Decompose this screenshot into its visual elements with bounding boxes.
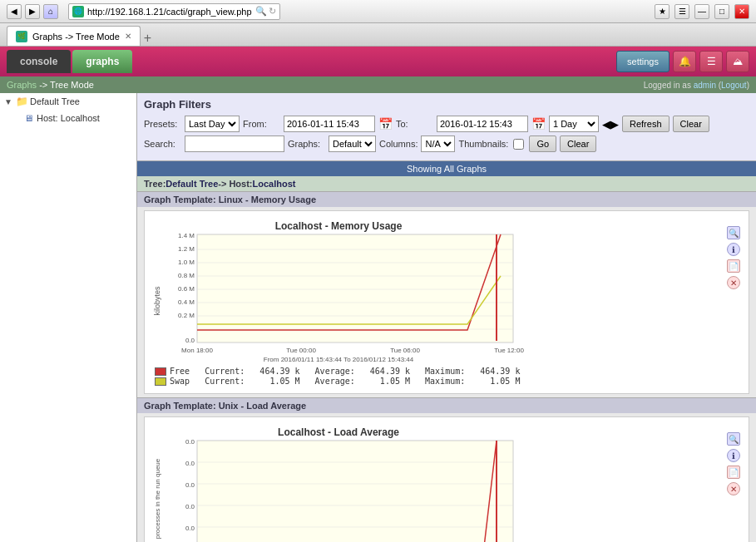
tab-title: Graphs -> Tree Mode <box>32 32 120 42</box>
close-button[interactable]: ✕ <box>734 4 749 19</box>
search-input[interactable] <box>185 136 284 152</box>
columns-label: Columns: <box>379 139 418 149</box>
graph2-bg <box>197 441 513 542</box>
breadcrumb-current: Tree Mode <box>50 80 94 90</box>
search-label: Search: <box>144 139 181 149</box>
svg-text:Tue 00:00: Tue 00:00 <box>286 347 316 354</box>
svg-text:1.4 M: 1.4 M <box>178 232 195 239</box>
sidebar: ▼ 📁 Default Tree 🖥 Host: Localhost <box>0 93 137 542</box>
breadcrumb-separator: -> <box>39 80 47 90</box>
tree-toggle-icon: ▼ <box>3 96 13 106</box>
admin-user-link[interactable]: admin <box>694 81 716 90</box>
graph-filters: Graph Filters Presets: Last Day From: 📅 … <box>137 93 756 161</box>
graph1-swap-color <box>155 377 166 386</box>
thumbnails-checkbox[interactable] <box>513 139 524 150</box>
console-tab-label: console <box>20 56 57 67</box>
svg-text:1.2 M: 1.2 M <box>178 245 195 253</box>
svg-text:0.6 M: 0.6 M <box>178 285 195 293</box>
refresh-button[interactable]: Refresh <box>622 116 670 132</box>
tree-path-tree-name: Default Tree <box>166 179 218 189</box>
tree-path-tree-label: Tree: <box>144 179 166 189</box>
go-button[interactable]: Go <box>529 136 556 152</box>
graph2-side-icons: 🔍 ℹ 📄 ✕ <box>725 424 742 542</box>
logged-in-text: Logged in as <box>644 81 691 90</box>
timespan-select[interactable]: 1 Day <box>549 116 599 132</box>
bookmark-icon[interactable]: ★ <box>655 4 670 19</box>
tab-close-icon[interactable]: ✕ <box>125 32 131 41</box>
to-calendar-icon[interactable]: 📅 <box>531 117 546 131</box>
svg-text:0.0: 0.0 <box>185 525 195 532</box>
svg-text:1.0 M: 1.0 M <box>178 259 195 266</box>
svg-text:0.8 M: 0.8 M <box>178 272 195 279</box>
graph2-zoom-icon[interactable]: 🔍 <box>727 432 740 446</box>
sidebar-tree-default[interactable]: ▼ 📁 Default Tree <box>0 93 136 110</box>
graph2-title: Localhost - Load Average <box>278 426 399 438</box>
columns-select[interactable]: N/A <box>421 136 455 152</box>
graph1-info-icon[interactable]: ℹ <box>727 243 740 256</box>
graph2-svg-wrapper: Localhost - Load Average processes in th… <box>151 424 742 542</box>
admin-info: Logged in as admin (Logout) <box>644 81 749 90</box>
presets-label: Presets: <box>144 119 181 129</box>
clear-button-1[interactable]: Clear <box>673 116 709 132</box>
graphs-breadcrumb-link[interactable]: Graphs <box>7 80 37 90</box>
settings-label: settings <box>627 57 659 67</box>
nav-icon-1[interactable]: 🔔 <box>673 51 696 72</box>
nav-right: settings 🔔 ☰ ⛰ <box>616 51 749 72</box>
graph1-script-icon[interactable]: 📄 <box>727 259 740 273</box>
browser-controls: ◀ ▶ ⌂ 🌐 http://192.168.1.21/cacti/graph_… <box>7 3 287 20</box>
from-calendar-icon[interactable]: 📅 <box>378 117 393 131</box>
svg-text:0.0: 0.0 <box>185 460 195 467</box>
nav-tabs: console graphs <box>7 50 132 73</box>
graphs-tab[interactable]: graphs <box>72 50 132 73</box>
graph2-script-icon[interactable]: 📄 <box>727 466 740 479</box>
graph2-container: Localhost - Load Average processes in th… <box>144 416 749 542</box>
filters-title: Graph Filters <box>144 98 749 111</box>
home-button[interactable]: ⌂ <box>43 4 58 19</box>
logout-link[interactable]: Logout <box>721 81 747 90</box>
graph1-title: Localhost - Memory Usage <box>275 220 403 232</box>
console-tab[interactable]: console <box>7 50 71 73</box>
graph1-zoom-icon[interactable]: 🔍 <box>727 226 740 239</box>
forward-button[interactable]: ▶ <box>25 4 40 19</box>
graph1-free-color <box>155 367 166 376</box>
from-input[interactable] <box>284 116 375 132</box>
graph2-ylabel: processes in the run queue <box>154 458 161 539</box>
graph2-chart: Localhost - Load Average processes in th… <box>151 424 526 542</box>
to-input[interactable] <box>437 116 528 132</box>
top-nav: console graphs settings 🔔 ☰ ⛰ <box>0 47 756 76</box>
graph2-delete-icon[interactable]: ✕ <box>727 482 740 495</box>
graph1-bg <box>197 234 513 342</box>
graph1-template-header: Graph Template: Linux - Memory Usage <box>137 191 756 207</box>
menu-icon[interactable]: ☰ <box>674 4 689 19</box>
address-bar[interactable]: 🌐 http://192.168.1.21/cacti/graph_view.p… <box>68 3 280 20</box>
settings-button[interactable]: settings <box>616 51 670 72</box>
graph2-info-icon[interactable]: ℹ <box>727 449 740 462</box>
svg-text:0.0: 0.0 <box>185 503 195 510</box>
graph1-main: Localhost - Memory Usage kilobytes <box>151 218 725 387</box>
nav-icon-2[interactable]: ☰ <box>699 51 723 72</box>
minimize-button[interactable]: — <box>694 4 709 19</box>
graphs-tab-label: graphs <box>86 56 119 67</box>
svg-text:Mon 18:00: Mon 18:00 <box>181 347 213 354</box>
url-text: http://192.168.1.21/cacti/graph_view.php <box>87 7 252 17</box>
browser-titlebar: ◀ ▶ ⌂ 🌐 http://192.168.1.21/cacti/graph_… <box>0 0 756 23</box>
sidebar-host-localhost[interactable]: 🖥 Host: Localhost <box>17 110 136 126</box>
maximize-button[interactable]: □ <box>714 4 729 19</box>
svg-text:0.0: 0.0 <box>185 438 195 446</box>
graph1-svg-wrapper: Localhost - Memory Usage kilobytes <box>151 218 742 387</box>
new-tab-button[interactable]: + <box>144 31 151 46</box>
default-tree-label: Default Tree <box>30 96 80 106</box>
nav-icon-3[interactable]: ⛰ <box>726 51 749 72</box>
filter-row-1: Presets: Last Day From: 📅 To: 📅 1 Day <box>144 116 749 132</box>
breadcrumb: Graphs -> Tree Mode <box>7 80 94 90</box>
graphs-select[interactable]: Default <box>329 136 376 152</box>
filter-row-2: Search: Graphs: Default Columns: N/A Thu… <box>144 136 749 152</box>
timespan-arrow-icon[interactable]: ◀▶ <box>602 118 619 131</box>
presets-select[interactable]: Last Day <box>185 116 240 132</box>
browser-tab[interactable]: 🌿 Graphs -> Tree Mode ✕ <box>7 26 141 46</box>
graph1-delete-icon[interactable]: ✕ <box>727 276 740 289</box>
tree-path-host-label: Host: <box>229 179 252 189</box>
back-button[interactable]: ◀ <box>7 4 22 19</box>
tree-path: Tree:Default Tree-> Host:Localhost <box>137 176 756 191</box>
clear-button-2[interactable]: Clear <box>560 136 596 152</box>
